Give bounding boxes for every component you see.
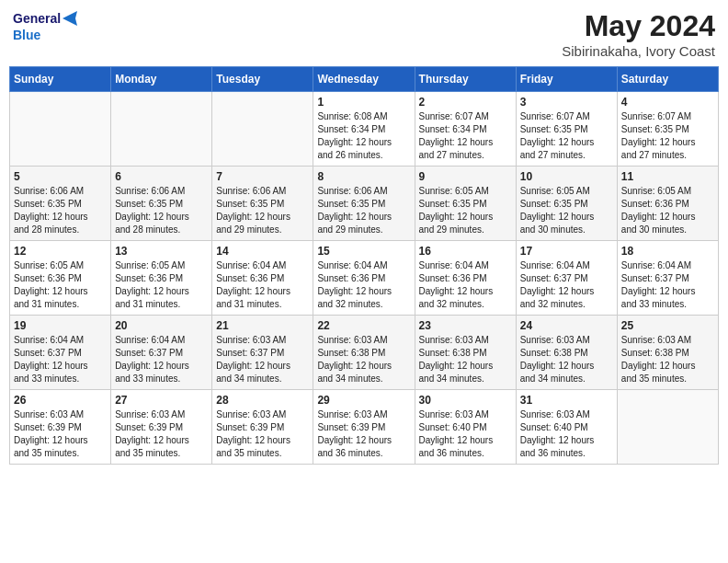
day-header-monday: Monday: [111, 67, 212, 92]
day-number: 7: [216, 170, 309, 183]
day-info: Sunrise: 6:03 AM Sunset: 6:39 PM Dayligh…: [115, 408, 208, 460]
day-info: Sunrise: 6:03 AM Sunset: 6:37 PM Dayligh…: [216, 334, 309, 385]
day-header-sunday: Sunday: [10, 67, 111, 92]
page-header: General Blue May 2024 Sibirinakaha, Ivor…: [9, 9, 719, 59]
day-number: 3: [520, 96, 613, 109]
day-number: 23: [419, 319, 512, 332]
calendar-cell: [111, 92, 212, 167]
day-number: 30: [419, 394, 512, 407]
day-number: 4: [621, 96, 714, 109]
day-number: 15: [317, 245, 410, 258]
logo-icon: [61, 9, 81, 28]
day-info: Sunrise: 6:05 AM Sunset: 6:36 PM Dayligh…: [115, 259, 208, 311]
day-info: Sunrise: 6:06 AM Sunset: 6:35 PM Dayligh…: [14, 185, 107, 236]
calendar-cell: 19Sunrise: 6:04 AM Sunset: 6:37 PM Dayli…: [10, 316, 111, 390]
day-number: 19: [14, 319, 107, 332]
calendar-cell: [617, 390, 718, 465]
days-header-row: SundayMondayTuesdayWednesdayThursdayFrid…: [10, 67, 719, 92]
day-info: Sunrise: 6:04 AM Sunset: 6:37 PM Dayligh…: [621, 259, 714, 311]
day-header-saturday: Saturday: [617, 67, 718, 92]
day-number: 6: [115, 170, 208, 183]
day-number: 5: [14, 170, 107, 183]
day-number: 28: [216, 394, 309, 407]
day-info: Sunrise: 6:03 AM Sunset: 6:38 PM Dayligh…: [317, 334, 410, 385]
day-number: 1: [317, 96, 410, 109]
calendar-cell: 11Sunrise: 6:05 AM Sunset: 6:36 PM Dayli…: [617, 167, 718, 241]
day-number: 16: [419, 245, 512, 258]
day-number: 21: [216, 319, 309, 332]
calendar-cell: 30Sunrise: 6:03 AM Sunset: 6:40 PM Dayli…: [415, 390, 516, 465]
day-header-wednesday: Wednesday: [313, 67, 415, 92]
day-info: Sunrise: 6:08 AM Sunset: 6:34 PM Dayligh…: [317, 110, 410, 162]
calendar-cell: 17Sunrise: 6:04 AM Sunset: 6:37 PM Dayli…: [516, 241, 617, 316]
day-info: Sunrise: 6:04 AM Sunset: 6:37 PM Dayligh…: [520, 259, 613, 311]
day-info: Sunrise: 6:07 AM Sunset: 6:35 PM Dayligh…: [621, 110, 714, 162]
calendar-table: SundayMondayTuesdayWednesdayThursdayFrid…: [9, 66, 719, 465]
day-number: 18: [621, 245, 714, 258]
day-number: 10: [520, 170, 613, 183]
calendar-cell: 12Sunrise: 6:05 AM Sunset: 6:36 PM Dayli…: [10, 241, 111, 316]
day-info: Sunrise: 6:03 AM Sunset: 6:38 PM Dayligh…: [621, 334, 714, 385]
day-number: 24: [520, 319, 613, 332]
calendar-cell: 5Sunrise: 6:06 AM Sunset: 6:35 PM Daylig…: [10, 167, 111, 241]
calendar-cell: 23Sunrise: 6:03 AM Sunset: 6:38 PM Dayli…: [415, 316, 516, 390]
week-row-1: 1Sunrise: 6:08 AM Sunset: 6:34 PM Daylig…: [10, 92, 719, 167]
day-number: 26: [14, 394, 107, 407]
day-info: Sunrise: 6:03 AM Sunset: 6:39 PM Dayligh…: [317, 408, 410, 460]
calendar-cell: 29Sunrise: 6:03 AM Sunset: 6:39 PM Dayli…: [313, 390, 415, 465]
day-number: 12: [14, 245, 107, 258]
day-info: Sunrise: 6:04 AM Sunset: 6:36 PM Dayligh…: [317, 259, 410, 311]
logo-text-blue: Blue: [13, 28, 40, 43]
calendar-cell: 14Sunrise: 6:04 AM Sunset: 6:36 PM Dayli…: [212, 241, 313, 316]
calendar-cell: [212, 92, 313, 167]
day-number: 27: [115, 394, 208, 407]
day-info: Sunrise: 6:03 AM Sunset: 6:39 PM Dayligh…: [14, 408, 107, 460]
day-number: 29: [317, 394, 410, 407]
week-row-5: 26Sunrise: 6:03 AM Sunset: 6:39 PM Dayli…: [10, 390, 719, 465]
day-info: Sunrise: 6:06 AM Sunset: 6:35 PM Dayligh…: [115, 185, 208, 236]
calendar-cell: 7Sunrise: 6:06 AM Sunset: 6:35 PM Daylig…: [212, 167, 313, 241]
title-block: May 2024 Sibirinakaha, Ivory Coast: [562, 9, 715, 59]
day-number: 11: [621, 170, 714, 183]
day-info: Sunrise: 6:07 AM Sunset: 6:35 PM Dayligh…: [520, 110, 613, 162]
day-number: 20: [115, 319, 208, 332]
day-info: Sunrise: 6:05 AM Sunset: 6:35 PM Dayligh…: [419, 185, 512, 236]
calendar-cell: 6Sunrise: 6:06 AM Sunset: 6:35 PM Daylig…: [111, 167, 212, 241]
calendar-cell: 25Sunrise: 6:03 AM Sunset: 6:38 PM Dayli…: [617, 316, 718, 390]
calendar-cell: 13Sunrise: 6:05 AM Sunset: 6:36 PM Dayli…: [111, 241, 212, 316]
day-info: Sunrise: 6:03 AM Sunset: 6:38 PM Dayligh…: [419, 334, 512, 385]
calendar-cell: 15Sunrise: 6:04 AM Sunset: 6:36 PM Dayli…: [313, 241, 415, 316]
calendar-cell: 3Sunrise: 6:07 AM Sunset: 6:35 PM Daylig…: [516, 92, 617, 167]
day-info: Sunrise: 6:06 AM Sunset: 6:35 PM Dayligh…: [216, 185, 309, 236]
day-number: 17: [520, 245, 613, 258]
day-header-tuesday: Tuesday: [212, 67, 313, 92]
calendar-cell: 10Sunrise: 6:05 AM Sunset: 6:35 PM Dayli…: [516, 167, 617, 241]
day-number: 9: [419, 170, 512, 183]
calendar-cell: 1Sunrise: 6:08 AM Sunset: 6:34 PM Daylig…: [313, 92, 415, 167]
calendar-cell: 20Sunrise: 6:04 AM Sunset: 6:37 PM Dayli…: [111, 316, 212, 390]
day-number: 13: [115, 245, 208, 258]
day-info: Sunrise: 6:04 AM Sunset: 6:36 PM Dayligh…: [419, 259, 512, 311]
calendar-cell: 21Sunrise: 6:03 AM Sunset: 6:37 PM Dayli…: [212, 316, 313, 390]
day-number: 25: [621, 319, 714, 332]
calendar-cell: 27Sunrise: 6:03 AM Sunset: 6:39 PM Dayli…: [111, 390, 212, 465]
day-info: Sunrise: 6:04 AM Sunset: 6:37 PM Dayligh…: [115, 334, 208, 385]
day-info: Sunrise: 6:05 AM Sunset: 6:36 PM Dayligh…: [14, 259, 107, 311]
calendar-cell: 18Sunrise: 6:04 AM Sunset: 6:37 PM Dayli…: [617, 241, 718, 316]
day-info: Sunrise: 6:03 AM Sunset: 6:39 PM Dayligh…: [216, 408, 309, 460]
day-header-thursday: Thursday: [415, 67, 516, 92]
day-number: 8: [317, 170, 410, 183]
main-title: May 2024: [562, 9, 715, 43]
day-info: Sunrise: 6:03 AM Sunset: 6:40 PM Dayligh…: [419, 408, 512, 460]
day-number: 14: [216, 245, 309, 258]
calendar-cell: 8Sunrise: 6:06 AM Sunset: 6:35 PM Daylig…: [313, 167, 415, 241]
calendar-cell: 31Sunrise: 6:03 AM Sunset: 6:40 PM Dayli…: [516, 390, 617, 465]
week-row-4: 19Sunrise: 6:04 AM Sunset: 6:37 PM Dayli…: [10, 316, 719, 390]
day-info: Sunrise: 6:06 AM Sunset: 6:35 PM Dayligh…: [317, 185, 410, 236]
day-info: Sunrise: 6:04 AM Sunset: 6:36 PM Dayligh…: [216, 259, 309, 311]
calendar-cell: 28Sunrise: 6:03 AM Sunset: 6:39 PM Dayli…: [212, 390, 313, 465]
logo-text-general: General: [13, 11, 61, 27]
day-info: Sunrise: 6:03 AM Sunset: 6:38 PM Dayligh…: [520, 334, 613, 385]
day-number: 31: [520, 394, 613, 407]
svg-marker-0: [63, 11, 77, 26]
